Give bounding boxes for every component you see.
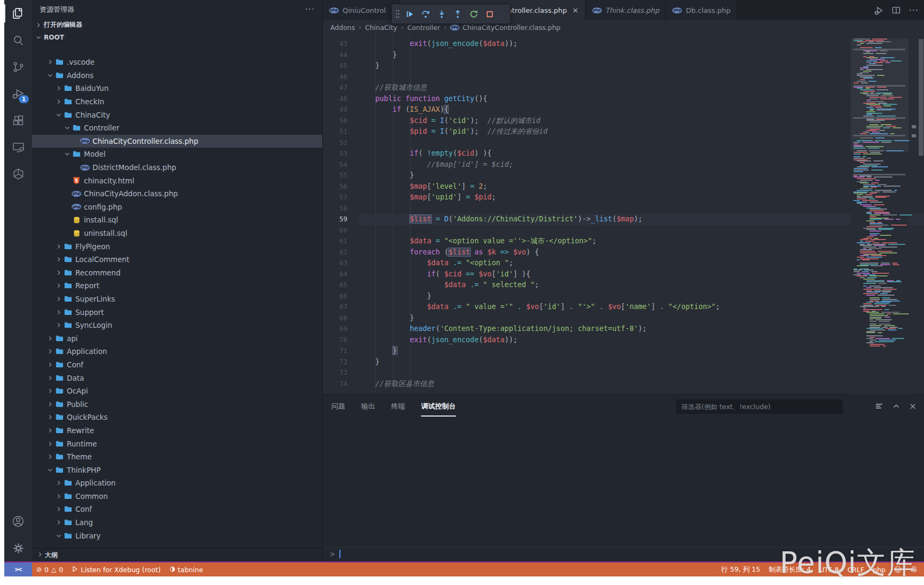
panel-tab-问题[interactable]: 问题 — [331, 398, 345, 414]
code-line-73[interactable]: 73 — [323, 367, 924, 379]
status-item-2[interactable]: UTF-8 — [815, 563, 843, 576]
tree-item-Common[interactable]: Common — [32, 490, 322, 503]
clear-console-icon[interactable] — [875, 402, 883, 411]
scrollbar-thumb[interactable] — [919, 39, 923, 156]
breadcrumb-item[interactable]: ChinaCity — [365, 24, 397, 32]
activity-extensions-icon[interactable] — [4, 107, 32, 134]
code-line-66[interactable]: 66 } — [323, 291, 924, 302]
code-line-54[interactable]: 54 //$map['id'] = $cid; — [323, 159, 924, 171]
code-line-43[interactable]: 43 exit(json_encode($data)); — [323, 39, 924, 50]
code-line-55[interactable]: 55 } — [323, 170, 924, 181]
tree-item-Conf[interactable]: Conf — [32, 358, 322, 372]
activity-settings-icon[interactable] — [4, 535, 32, 561]
tree-item-OcApi[interactable]: OcApi — [32, 384, 322, 398]
code-line-52[interactable]: 52 — [323, 137, 924, 149]
code-line-59[interactable]: 59 $list = D('Addons://ChinaCity/Distric… — [323, 214, 924, 225]
continue-button[interactable] — [401, 6, 417, 22]
tree-item-BaiduYun[interactable]: BaiduYun — [32, 82, 322, 95]
debug-filter-input[interactable] — [676, 399, 843, 414]
code-line-51[interactable]: 51 $pid = I('pid'); //传过来的省份id — [323, 126, 924, 137]
code-line-72[interactable]: 72 } — [323, 357, 924, 368]
tree-item-ChinaCity[interactable]: ChinaCity — [32, 108, 322, 121]
tree-item-Model[interactable]: Model — [32, 148, 322, 161]
activity-package-icon[interactable] — [4, 160, 32, 187]
activity-account-icon[interactable] — [4, 508, 32, 535]
tree-item-Application[interactable]: Application — [32, 345, 322, 358]
tree-item-LocalComment[interactable]: LocalComment — [32, 253, 322, 266]
code-line-61[interactable]: 61 $data = "<option value =''>-城市-</opti… — [323, 236, 924, 247]
tree-item-SuperLinks[interactable]: SuperLinks — [32, 292, 322, 306]
tree-item-Public[interactable]: Public — [32, 397, 322, 411]
activity-remote-explorer-icon[interactable] — [4, 134, 32, 160]
close-icon[interactable]: × — [572, 6, 579, 14]
breadcrumb-item[interactable]: phpChinaCityController.class.php — [450, 24, 560, 32]
activity-source-control-icon[interactable] — [4, 53, 32, 80]
code-line-57[interactable]: 57 $map['upid'] = $pid; — [323, 192, 924, 203]
code-line-70[interactable]: 70 exit(json_encode($data)); — [323, 335, 924, 346]
tab-Db.class.php[interactable]: phpDb.class.php — [666, 0, 737, 20]
tree-item-install.sql[interactable]: install.sql — [32, 213, 322, 227]
step-into-button[interactable] — [433, 6, 449, 22]
tree-item-Support[interactable]: Support — [32, 305, 322, 319]
code-line-48[interactable]: 48 public function getCity(){ — [323, 94, 924, 105]
tree-item-DistrictModel.class.php[interactable]: phpDistrictModel.class.php — [32, 161, 322, 174]
tree-item-uninstall.sql[interactable]: uninstall.sql — [32, 227, 322, 240]
code-line-58[interactable]: 58 — [323, 203, 924, 214]
tree-item-Controller[interactable]: Controller — [32, 121, 322, 135]
tree-item-Application[interactable]: Application — [32, 476, 322, 490]
tree-item-Library[interactable]: Library — [32, 529, 322, 542]
tab-QiniuControl[interactable]: phpQiniuControl — [323, 0, 400, 20]
code-line-60[interactable]: 60 — [323, 225, 924, 236]
tree-item-Report[interactable]: Report — [32, 279, 322, 292]
tree-item-Data[interactable]: Data — [32, 371, 322, 384]
problems-status[interactable]: ⊘0 △0 — [32, 563, 67, 576]
tree-item-Recommend[interactable]: Recommend — [32, 266, 322, 280]
code-line-56[interactable]: 56 $map['level'] = 2; — [323, 181, 924, 193]
feedback-icon-item[interactable] — [890, 563, 906, 576]
section-root[interactable]: ROOT — [32, 31, 322, 43]
restart-button[interactable] — [465, 6, 482, 22]
xdebug-status[interactable]: Listen for Xdebug (root) — [67, 563, 165, 576]
panel-tab-输出[interactable]: 输出 — [361, 398, 375, 414]
tree-item-FlyPigeon[interactable]: FlyPigeon — [32, 240, 322, 253]
code-line-69[interactable]: 69 header('Content-Type:application/json… — [323, 324, 924, 335]
tree-item-.vscode[interactable]: .vscode — [32, 56, 322, 69]
run-debug-icon[interactable] — [874, 6, 883, 15]
maximize-panel-icon[interactable] — [892, 403, 900, 410]
tree-item-api[interactable]: api — [32, 332, 322, 345]
section-open-editors[interactable]: 打开的编辑器 — [32, 19, 322, 31]
tree-item-Addons[interactable]: Addons — [32, 69, 322, 82]
code-line-44[interactable]: 44 } — [323, 50, 924, 61]
tree-item-Conf[interactable]: Conf — [32, 503, 322, 516]
activity-search-icon[interactable] — [4, 27, 32, 53]
code-line-46[interactable]: 46 — [323, 72, 924, 83]
breadcrumb-item[interactable]: Addons — [330, 24, 355, 32]
code-line-67[interactable]: 67 $data .= " value ='" . $vo['id'] . "'… — [323, 302, 924, 313]
tree-item-Lang[interactable]: Lang — [32, 516, 322, 529]
code-line-53[interactable]: 53 if( !empty($cid) ){ — [323, 148, 924, 159]
more-actions-icon[interactable]: ··· — [909, 5, 919, 16]
panel-tab-调试控制台[interactable]: 调试控制台 — [421, 398, 456, 414]
step-over-button[interactable] — [417, 6, 433, 22]
tree-item-SyncLogin[interactable]: SyncLogin — [32, 319, 322, 332]
code-line-50[interactable]: 50 $cid = I('cid'); //默认的城市id — [323, 116, 924, 127]
tree-item-Rewrite[interactable]: Rewrite — [32, 424, 322, 437]
tabnine-status[interactable]: tabnine — [165, 563, 208, 576]
status-item-0[interactable]: 行 59, 列 15 — [717, 563, 765, 576]
minimap[interactable] — [851, 34, 909, 395]
code-line-71[interactable]: 71 } — [323, 345, 924, 357]
code-line-63[interactable]: 63 $data .= "<option "; — [323, 258, 924, 269]
code-line-47[interactable]: 47 //获取城市信息 — [323, 82, 924, 94]
tree-item-QuickPacks[interactable]: QuickPacks — [32, 411, 322, 424]
tree-item-ChinaCityController.class.php[interactable]: phpChinaCityController.class.php — [32, 135, 322, 148]
code-line-65[interactable]: 65 $data .= " selected "; — [323, 280, 924, 291]
tree-item-chinacity.html[interactable]: 5chinacity.html — [32, 174, 322, 187]
section-outline[interactable]: 大纲 — [32, 548, 322, 561]
tree-item-CheckIn[interactable]: CheckIn — [32, 95, 322, 109]
more-actions-icon[interactable]: ··· — [305, 4, 315, 14]
step-out-button[interactable] — [449, 6, 465, 22]
code-line-74[interactable]: 74 //获取区县市信息 — [323, 379, 924, 390]
status-item-4[interactable]: php — [868, 563, 890, 576]
code-editor[interactable]: 43 exit(json_encode($data));44 }45 }4647… — [323, 34, 924, 395]
tree-item-Runtime[interactable]: Runtime — [32, 437, 322, 450]
